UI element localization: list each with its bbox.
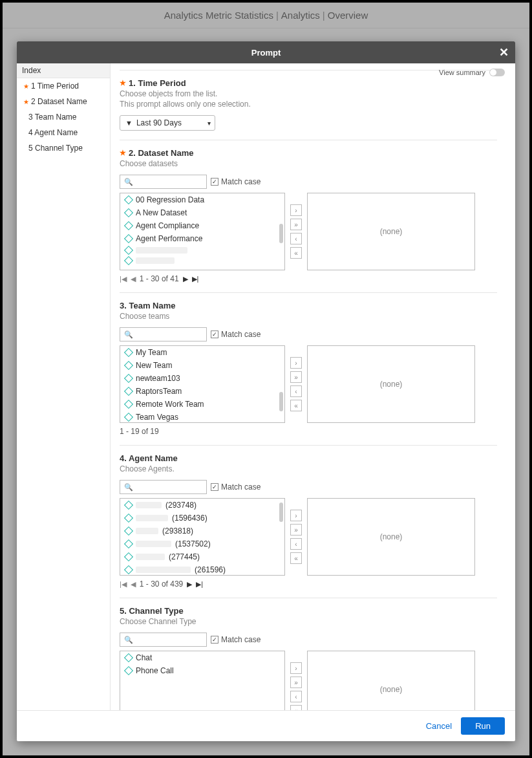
list-item[interactable]: RaptorsTeam (120, 385, 284, 398)
prev-page-button[interactable]: ◀ (131, 580, 136, 589)
list-item[interactable]: My Team (120, 346, 284, 359)
channel-target-list[interactable]: (none) (307, 651, 475, 710)
cancel-button[interactable]: Cancel (426, 721, 452, 731)
list-item[interactable]: A New Dataset (120, 206, 284, 219)
list-item[interactable]: Phone Call (120, 664, 284, 677)
agent-target-list[interactable]: (none) (307, 498, 475, 576)
team-source-list[interactable]: My Team New Team newteam103 RaptorsTeam … (120, 345, 285, 423)
sidebar-header: Index (17, 63, 110, 78)
move-right-button[interactable]: › (290, 204, 302, 216)
channel-search-input[interactable]: 🔍 (120, 633, 207, 647)
next-page-button[interactable]: ▶ (187, 580, 192, 589)
list-item[interactable]: (1537502) (120, 537, 284, 550)
list-item[interactable]: (277445) (120, 550, 284, 563)
list-item[interactable]: (261596) (120, 563, 284, 576)
move-all-left-button[interactable]: « (290, 552, 302, 564)
first-page-button[interactable]: |◀ (120, 580, 127, 589)
diamond-icon (124, 400, 133, 409)
list-item[interactable]: Chat (120, 651, 284, 664)
list-item[interactable]: Agent Performance (120, 232, 284, 245)
redacted-text (136, 567, 191, 573)
diamond-icon (124, 666, 133, 675)
last-page-button[interactable]: ▶| (196, 580, 203, 589)
list-item[interactable]: Remote Work Team (120, 398, 284, 411)
dataset-search-input[interactable]: 🔍 (120, 175, 207, 189)
move-right-button[interactable]: › (290, 510, 302, 521)
match-case-label: Match case (221, 482, 261, 492)
list-item[interactable]: (293818) (120, 525, 284, 537)
section-agent-name: 4. Agent Name Choose Agents. 🔍 ✓ Match c… (120, 445, 497, 589)
agent-source-list[interactable]: (293748) (1596436) (293818) (1537502) (2… (120, 498, 285, 576)
list-item[interactable]: Agent Compliance (120, 219, 284, 232)
section-hint: Choose objects from the list. (120, 89, 497, 98)
move-all-right-button[interactable]: » (290, 371, 302, 383)
match-case-label: Match case (221, 635, 261, 644)
sidebar-item-dataset-name[interactable]: ★ 2 Dataset Name (17, 94, 110, 109)
close-icon[interactable]: ✕ (499, 45, 509, 60)
sidebar-item-channel-type[interactable]: 5 Channel Type (17, 140, 110, 156)
scrollbar[interactable] (279, 503, 283, 522)
checkbox-icon: ✓ (211, 330, 218, 338)
dataset-source-list[interactable]: 00 Regression Data A New Dataset Agent C… (120, 193, 285, 270)
team-target-list[interactable]: (none) (307, 345, 475, 423)
move-all-left-button[interactable]: « (290, 400, 302, 411)
run-button[interactable]: Run (461, 717, 505, 735)
checkbox-icon: ✓ (211, 483, 218, 491)
match-case-label: Match case (221, 330, 261, 339)
agent-search-input[interactable]: 🔍 (120, 480, 207, 494)
time-period-dropdown[interactable]: ▼ Last 90 Days ▾ (120, 115, 215, 131)
toggle-icon (489, 69, 505, 76)
sidebar-item-team-name[interactable]: 3 Team Name (17, 109, 110, 125)
sidebar-item-label: 1 Time Period (31, 81, 79, 91)
move-all-right-button[interactable]: » (290, 677, 302, 688)
channel-source-list[interactable]: Chat Phone Call (120, 651, 285, 710)
match-case-label: Match case (221, 177, 261, 186)
dataset-target-list[interactable]: (none) (307, 193, 475, 270)
first-page-button[interactable]: |◀ (120, 275, 127, 283)
list-item[interactable]: newteam103 (120, 372, 284, 385)
redacted-text (136, 528, 158, 534)
list-item[interactable]: 00 Regression Data (120, 193, 284, 206)
empty-label: (none) (380, 685, 403, 694)
list-item[interactable]: (293748) (120, 499, 284, 512)
empty-label: (none) (380, 532, 403, 541)
diamond-icon (124, 514, 133, 523)
match-case-checkbox[interactable]: ✓ Match case (211, 330, 261, 339)
view-summary-toggle[interactable]: View summary (439, 69, 505, 76)
move-all-right-button[interactable]: » (290, 219, 302, 230)
next-page-button[interactable]: ▶ (183, 275, 188, 283)
last-page-button[interactable]: ▶| (192, 275, 199, 283)
list-item[interactable] (120, 255, 284, 266)
move-all-right-button[interactable]: » (290, 524, 302, 536)
sidebar-item-label: 5 Channel Type (28, 144, 83, 153)
diamond-icon (124, 246, 133, 255)
match-case-checkbox[interactable]: ✓ Match case (211, 635, 261, 644)
match-case-checkbox[interactable]: ✓ Match case (211, 482, 261, 492)
move-left-button[interactable]: ‹ (290, 691, 302, 702)
sidebar-item-label: 3 Team Name (28, 113, 76, 122)
modal-title: Prompt (251, 48, 281, 58)
scrollbar[interactable] (279, 224, 283, 243)
match-case-checkbox[interactable]: ✓ Match case (211, 177, 261, 186)
move-right-button[interactable]: › (290, 662, 302, 674)
list-item[interactable]: New Team (120, 359, 284, 372)
team-search-input[interactable]: 🔍 (120, 327, 207, 341)
diamond-icon (124, 539, 133, 548)
sidebar-item-time-period[interactable]: ★ 1 Time Period (17, 78, 110, 94)
move-left-button[interactable]: ‹ (290, 385, 302, 397)
diamond-icon (124, 256, 133, 265)
move-all-left-button[interactable]: « (290, 247, 302, 259)
list-item[interactable] (120, 245, 284, 255)
redacted-text (136, 502, 162, 508)
scrollbar[interactable] (279, 392, 283, 411)
move-left-button[interactable]: ‹ (290, 538, 302, 550)
move-left-button[interactable]: ‹ (290, 233, 302, 244)
sidebar-item-agent-name[interactable]: 4 Agent Name (17, 125, 110, 140)
move-all-left-button[interactable]: « (290, 705, 302, 710)
diamond-icon (124, 552, 133, 561)
prev-page-button[interactable]: ◀ (131, 275, 136, 283)
list-item[interactable]: Team Vegas (120, 411, 284, 423)
section-title-text: 4. Agent Name (120, 453, 178, 463)
list-item[interactable]: (1596436) (120, 512, 284, 525)
move-right-button[interactable]: › (290, 357, 302, 369)
